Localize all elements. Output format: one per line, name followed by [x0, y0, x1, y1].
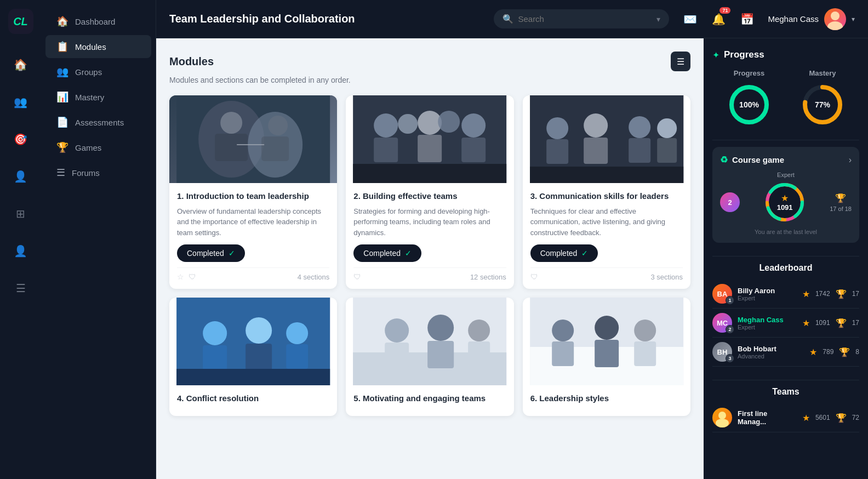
module-card-2-body: 2. Building effective teams Strategies f…: [346, 183, 513, 289]
star-icon: ☆: [177, 272, 184, 281]
team-info-1: First line Manag...: [738, 409, 797, 426]
mail-button[interactable]: ✉️: [680, 9, 700, 29]
module-3-completed-button[interactable]: Completed ✓: [530, 244, 598, 262]
sidebar-icon-network[interactable]: 👥: [10, 91, 32, 113]
module-card-1-image: [169, 95, 337, 183]
lb-score-1: 1742: [815, 290, 830, 298]
sidebar-item-label: Mastery: [75, 93, 104, 102]
forums-icon: ☰: [56, 167, 65, 179]
sidebar-icon-user[interactable]: 👤: [10, 240, 32, 262]
module-card-6[interactable]: 6. Leadership styles: [523, 298, 690, 416]
sidebar-icon-target[interactable]: 🎯: [10, 128, 32, 150]
leaderboard-title: Leaderboard: [712, 263, 859, 273]
sidebar-item-forums[interactable]: ☰ Forums: [45, 161, 151, 184]
lb-info-2: Meghan Cass Expert: [738, 316, 797, 330]
svg-rect-29: [657, 138, 677, 163]
list-icon: ☰: [677, 56, 684, 67]
list-view-button[interactable]: ☰: [671, 52, 690, 71]
expert-label: Expert: [720, 172, 852, 178]
user-avatar: [824, 8, 846, 30]
sidebar-item-games[interactable]: 🏆 Games: [45, 136, 151, 159]
sidebar-item-dashboard[interactable]: 🏠 Dashboard: [45, 10, 151, 33]
module-card-1[interactable]: 1. Introduction to team leadership Overv…: [169, 95, 337, 289]
module-card-2-footer-icons: 🛡: [353, 272, 361, 281]
lb-scores-2: ★ 1091 🏆 17: [802, 318, 859, 328]
search-input[interactable]: [518, 14, 652, 24]
module-1-completed-button[interactable]: Completed ✓: [177, 244, 245, 262]
svg-rect-39: [176, 369, 330, 385]
lb-rank-text-1: Expert: [738, 295, 797, 301]
sidebar-icon-grid[interactable]: ⊞: [10, 203, 32, 225]
module-card-1-sections: 4 sections: [298, 273, 330, 281]
svg-rect-14: [418, 135, 442, 162]
svg-point-35: [245, 317, 272, 344]
sidebar-item-modules[interactable]: 📋 Modules: [45, 35, 151, 58]
module-card-5[interactable]: 5. Motivating and engaging teams: [346, 298, 513, 416]
mastery-circle-value: 77%: [815, 100, 830, 109]
lb-rank-badge-2: 2: [726, 325, 734, 334]
divider-1: [712, 140, 859, 140]
module-card-1-footer: ☆ 🛡 4 sections: [177, 267, 329, 281]
module-card-3-desc: Techniques for clear and effective commu…: [530, 206, 683, 238]
sidebar-item-mastery[interactable]: 📊 Mastery: [45, 85, 151, 109]
trophy-icon-lb-1: 🏆: [836, 289, 847, 299]
sidebar-icon-list[interactable]: ☰: [10, 277, 32, 299]
svg-rect-38: [286, 344, 308, 369]
search-bar[interactable]: 🔍 ▾: [494, 9, 669, 28]
games-icon: 🏆: [56, 141, 68, 153]
svg-point-15: [461, 113, 486, 138]
svg-rect-23: [546, 139, 568, 164]
modules-header: Modules ☰: [169, 52, 690, 71]
progress-circle-label: Progress: [727, 69, 771, 77]
module-card-6-body: 6. Leadership styles: [523, 385, 690, 416]
svg-point-0: [831, 12, 840, 20]
svg-point-6: [268, 116, 288, 135]
lb-scores-3: ★ 789 🏆 8: [809, 347, 859, 357]
module-card-5-title: 5. Motivating and engaging teams: [353, 393, 506, 404]
module-card-3-sections: 3 sections: [650, 273, 683, 281]
app-logo[interactable]: CL: [8, 9, 33, 34]
team-scores-1: ★ 5601 🏆 72: [802, 413, 859, 423]
module-card-2-desc: Strategies for forming and developing hi…: [353, 206, 506, 238]
module-card-3-footer-icons: 🛡: [530, 272, 538, 281]
sidebar-icon-people[interactable]: 👤: [10, 166, 32, 187]
progress-title: Progress: [724, 49, 764, 60]
lb-rank-badge-3: 3: [726, 354, 734, 363]
svg-rect-7: [215, 134, 248, 161]
logo-text: CL: [13, 15, 28, 28]
lb-rank-text-3: Advanced: [738, 353, 804, 360]
svg-rect-17: [353, 164, 506, 183]
modules-icon: 📋: [56, 41, 68, 53]
module-card-1-body: 1. Introduction to team leadership Overv…: [169, 183, 337, 289]
svg-rect-30: [530, 167, 683, 183]
svg-point-24: [584, 113, 608, 138]
sidebar-item-assessments[interactable]: 📄 Assessments: [45, 111, 151, 134]
game-levels: 2 ★ 1091: [720, 180, 852, 224]
progress-circle-value: 100%: [739, 100, 759, 109]
right-panel: ✦ Progress Progress 100%: [704, 38, 868, 479]
module-card-2[interactable]: 2. Building effective teams Strategies f…: [346, 95, 513, 289]
svg-rect-45: [427, 341, 454, 368]
game-score-circle: ★ 1091: [763, 180, 807, 224]
lb-name-3: Bob Hobart: [738, 345, 804, 353]
calendar-button[interactable]: 📅: [737, 9, 757, 29]
team-name-1: First line Manag...: [738, 409, 797, 426]
sidebar-item-label: Games: [75, 143, 101, 152]
course-game-chevron-icon[interactable]: ›: [849, 155, 852, 165]
course-game-label: Course game: [732, 155, 784, 164]
shield-icon: 🛡: [189, 272, 196, 281]
module-2-completed-button[interactable]: Completed ✓: [353, 244, 421, 262]
svg-point-42: [385, 318, 409, 343]
notification-button[interactable]: 🔔 71: [709, 9, 728, 29]
sidebar-icon-home[interactable]: 🏠: [10, 54, 32, 76]
user-menu[interactable]: Meghan Cass ▾: [768, 8, 855, 30]
sidebar-item-groups[interactable]: 👥 Groups: [45, 60, 151, 83]
lb-info-1: Billy Aaron Expert: [738, 287, 797, 301]
sidebar-item-label: Dashboard: [75, 17, 115, 26]
mastery-circle: 77%: [801, 83, 844, 127]
svg-rect-36: [245, 344, 272, 371]
module-card-4[interactable]: 4. Conflict resolution: [169, 298, 337, 416]
course-game-section: ♻ Course game › Expert 2: [712, 147, 859, 243]
module-card-2-title: 2. Building effective teams: [353, 191, 506, 202]
module-card-3[interactable]: 3. Communication skills for leaders Tech…: [523, 95, 690, 289]
